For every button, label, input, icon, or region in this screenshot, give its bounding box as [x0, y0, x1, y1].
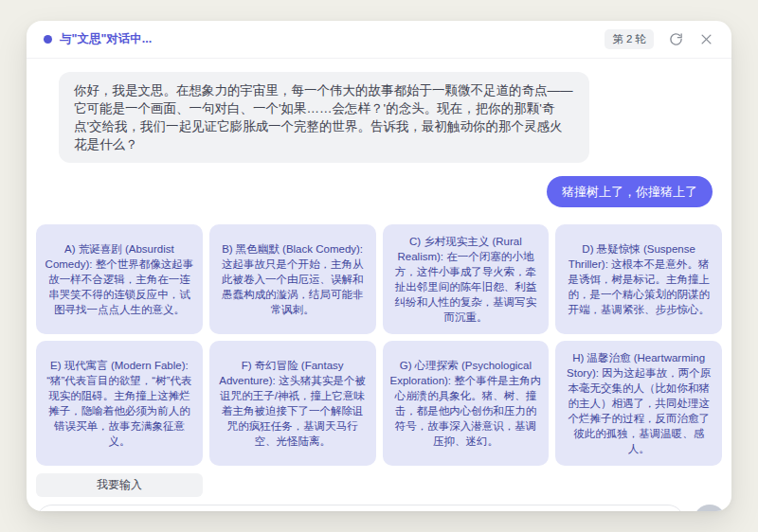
assistant-message: 你好，我是文思。在想象力的宇宙里，每一个伟大的故事都始于一颗微不足道的奇点——它… [59, 72, 589, 163]
option-card-h[interactable]: H) 温馨治愈 (Heartwarming Story): 因为这起事故，两个原… [555, 341, 722, 466]
option-card-a[interactable]: A) 荒诞喜剧 (Absurdist Comedy): 整个世界都像这起事故一样… [36, 224, 203, 334]
message-input[interactable] [36, 505, 684, 511]
refresh-icon [669, 32, 683, 46]
round-badge: 第 2 轮 [605, 29, 654, 49]
option-card-c[interactable]: C) 乡村现实主义 (Rural Realism): 在一个闭塞的小地方，这件小… [383, 224, 550, 334]
status-dot-icon [44, 35, 52, 44]
dialog-window: 与"文思"对话中... 第 2 轮 你好，我是文思。 [27, 21, 731, 511]
close-icon [699, 32, 713, 46]
send-button[interactable] [694, 505, 726, 511]
actions-row: 我要输入 [36, 473, 722, 497]
dialog-header: 与"文思"对话中... 第 2 轮 [27, 21, 731, 59]
dialog-title: 与"文思"对话中... [60, 31, 152, 47]
chat-area: 你好，我是文思。在想象力的宇宙里，每一个伟大的故事都始于一颗微不足道的奇点——它… [27, 59, 731, 207]
refresh-button[interactable] [667, 31, 684, 48]
close-button[interactable] [697, 31, 714, 48]
option-card-g[interactable]: G) 心理探索 (Psychological Exploration): 整个事… [383, 341, 550, 466]
user-message-row: 猪撞树上了，你撞猪上了 [45, 176, 713, 207]
option-grid: A) 荒诞喜剧 (Absurdist Comedy): 整个世界都像这起事故一样… [36, 224, 722, 466]
option-card-d[interactable]: D) 悬疑惊悚 (Suspense Thriller): 这根本不是意外。猪是诱… [555, 224, 722, 334]
option-card-b[interactable]: B) 黑色幽默 (Black Comedy): 这起事故只是个开始，主角从此被卷… [209, 224, 376, 334]
user-message: 猪撞树上了，你撞猪上了 [547, 176, 713, 207]
manual-input-button[interactable]: 我要输入 [36, 473, 203, 497]
header-actions: 第 2 轮 [605, 29, 714, 49]
option-card-f[interactable]: F) 奇幻冒险 (Fantasy Adventure): 这头猪其实是个被诅咒的… [209, 341, 376, 466]
option-card-e[interactable]: E) 现代寓言 (Modern Fable): “猪”代表盲目的欲望，“树”代表… [36, 341, 203, 466]
composer [36, 505, 726, 511]
